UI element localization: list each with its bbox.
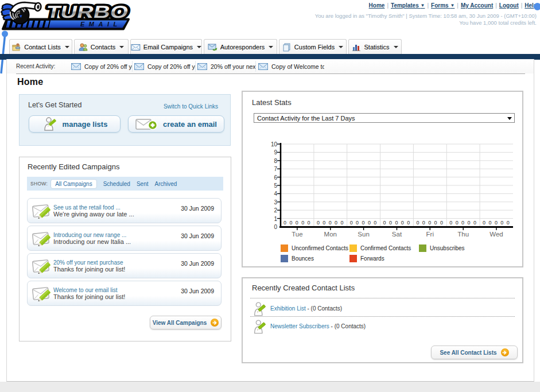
svg-text:0: 0 (283, 220, 286, 226)
svg-text:Tue: Tue (292, 231, 302, 238)
svg-text:5: 5 (274, 183, 277, 189)
svg-text:Sat: Sat (392, 231, 402, 238)
svg-text:TURBO: TURBO (45, 3, 130, 22)
svg-text:0: 0 (289, 220, 292, 226)
svg-text:Sun: Sun (358, 231, 369, 238)
svg-text:0: 0 (296, 220, 298, 226)
svg-text:4: 4 (274, 191, 277, 197)
svg-text:Fri: Fri (426, 231, 434, 238)
svg-text:3: 3 (274, 199, 277, 205)
svg-text:0: 0 (274, 224, 277, 230)
svg-text:9: 9 (274, 149, 277, 156)
svg-text:1: 1 (274, 216, 277, 222)
svg-text:Wed: Wed (490, 231, 503, 238)
svg-text:EMAIL: EMAIL (80, 21, 122, 28)
svg-text:2: 2 (274, 207, 277, 214)
svg-text:Mon: Mon (324, 231, 337, 238)
svg-text:Thu: Thu (457, 231, 469, 238)
svg-text:10: 10 (271, 141, 278, 148)
svg-text:8: 8 (274, 158, 277, 164)
svg-text:0: 0 (308, 220, 310, 226)
svg-text:6: 6 (274, 174, 277, 181)
svg-text:7: 7 (274, 166, 277, 172)
svg-text:0: 0 (301, 220, 304, 226)
